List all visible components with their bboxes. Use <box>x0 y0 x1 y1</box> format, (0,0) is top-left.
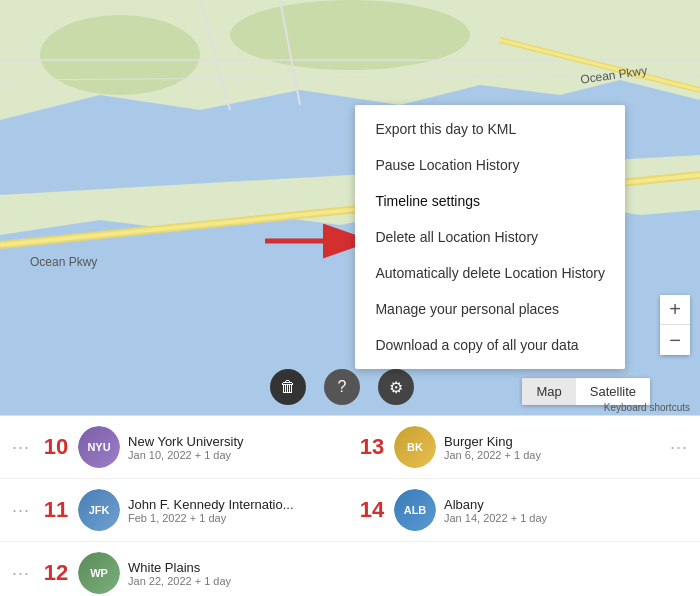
list-column-left: ··· 10 NYU New York University Jan 10, 2… <box>0 416 350 596</box>
settings-icon[interactable]: ⚙ <box>378 369 414 405</box>
gear-symbol: ⚙ <box>389 378 403 397</box>
item-avatar-14: ALB <box>394 489 436 531</box>
item-dots-12[interactable]: ··· <box>8 563 34 584</box>
question-mark: ? <box>338 378 347 396</box>
item-avatar-10: NYU <box>78 426 120 468</box>
map-satellite-toggle: Map Satellite <box>522 378 650 405</box>
item-date-11: Feb 1, 2022 + 1 day <box>128 512 342 524</box>
satellite-toggle-btn[interactable]: Satellite <box>576 378 650 405</box>
item-dots-11[interactable]: ··· <box>8 500 34 521</box>
item-number-12: 12 <box>42 560 70 586</box>
svg-point-5 <box>40 15 200 95</box>
item-name-11: John F. Kennedy Internatio... <box>128 497 342 512</box>
item-name-14: Albany <box>444 497 692 512</box>
item-avatar-12: WP <box>78 552 120 594</box>
keyboard-shortcuts-label[interactable]: Keyboard shortcuts <box>604 402 690 413</box>
item-name-12: White Plains <box>128 560 342 575</box>
places-list: ··· 10 NYU New York University Jan 10, 2… <box>0 415 700 596</box>
item-number-14: 14 <box>358 497 386 523</box>
zoom-controls: + − <box>660 295 690 355</box>
context-menu: Export this day to KML Pause Location Hi… <box>355 105 625 369</box>
delete-icon[interactable]: 🗑 <box>270 369 306 405</box>
item-date-10: Jan 10, 2022 + 1 day <box>128 449 342 461</box>
menu-item-auto-delete[interactable]: Automatically delete Location History <box>355 255 625 291</box>
menu-item-export[interactable]: Export this day to KML <box>355 111 625 147</box>
map-toggle-btn[interactable]: Map <box>522 378 575 405</box>
help-icon[interactable]: ? <box>324 369 360 405</box>
list-item: 14 ALB Albany Jan 14, 2022 + 1 day <box>350 479 700 542</box>
list-item: ··· 11 JFK John F. Kennedy Internatio...… <box>0 479 350 542</box>
menu-item-pause[interactable]: Pause Location History <box>355 147 625 183</box>
menu-item-download[interactable]: Download a copy of all your data <box>355 327 625 363</box>
map-area: Ocean Pkwy Gilgo Beach Ocean Pkwy Export… <box>0 0 700 415</box>
item-dots-10[interactable]: ··· <box>8 437 34 458</box>
item-info-13: Burger King Jan 6, 2022 + 1 day <box>444 434 658 461</box>
list-item: ··· 10 NYU New York University Jan 10, 2… <box>0 416 350 479</box>
item-date-12: Jan 22, 2022 + 1 day <box>128 575 342 587</box>
item-avatar-11: JFK <box>78 489 120 531</box>
zoom-in-button[interactable]: + <box>660 295 690 325</box>
menu-item-timeline[interactable]: Timeline settings <box>355 183 625 219</box>
item-more-dots-13[interactable]: ··· <box>666 437 692 458</box>
list-item: 13 BK Burger King Jan 6, 2022 + 1 day ··… <box>350 416 700 479</box>
list-item: ··· 12 WP White Plains Jan 22, 2022 + 1 … <box>0 542 350 596</box>
list-column-right: 13 BK Burger King Jan 6, 2022 + 1 day ··… <box>350 416 700 596</box>
item-info-10: New York University Jan 10, 2022 + 1 day <box>128 434 342 461</box>
item-date-14: Jan 14, 2022 + 1 day <box>444 512 692 524</box>
item-info-11: John F. Kennedy Internatio... Feb 1, 202… <box>128 497 342 524</box>
item-name-13: Burger King <box>444 434 658 449</box>
item-name-10: New York University <box>128 434 342 449</box>
item-number-11: 11 <box>42 497 70 523</box>
item-info-12: White Plains Jan 22, 2022 + 1 day <box>128 560 342 587</box>
item-info-14: Albany Jan 14, 2022 + 1 day <box>444 497 692 524</box>
menu-item-manage[interactable]: Manage your personal places <box>355 291 625 327</box>
item-number-13: 13 <box>358 434 386 460</box>
zoom-out-button[interactable]: − <box>660 325 690 355</box>
item-number-10: 10 <box>42 434 70 460</box>
item-date-13: Jan 6, 2022 + 1 day <box>444 449 658 461</box>
map-toolbar: 🗑 ? ⚙ <box>270 369 414 405</box>
menu-item-delete-all[interactable]: Delete all Location History <box>355 219 625 255</box>
item-avatar-13: BK <box>394 426 436 468</box>
